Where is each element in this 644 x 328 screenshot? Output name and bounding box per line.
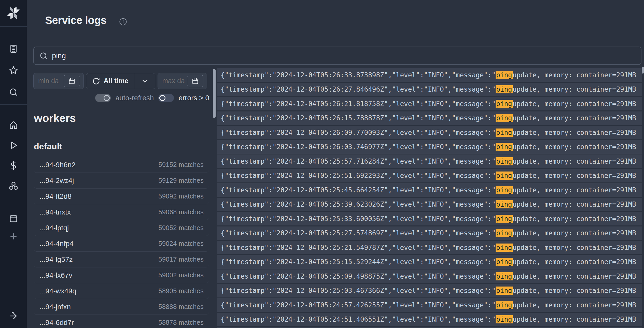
chevron-down-icon <box>141 77 149 85</box>
worker-list-item[interactable]: ...94-lg57z 59017 matches <box>34 252 209 267</box>
refresh-icon <box>92 77 100 85</box>
log-line[interactable]: {"timestamp":"2024-12-04T05:26:33.873898… <box>217 68 642 82</box>
log-message-rest: update, memory: container=291MB <box>513 71 636 79</box>
log-line[interactable]: {"timestamp":"2024-12-04T05:25:39.623026… <box>217 198 642 211</box>
worker-match-count: 59129 matches <box>158 177 204 184</box>
home-icon[interactable] <box>0 121 27 130</box>
max-date-calendar-button[interactable] <box>187 75 203 87</box>
search-match-highlight: ping <box>496 287 513 295</box>
log-line[interactable]: {"timestamp":"2024-12-04T05:25:27.574869… <box>217 226 642 240</box>
min-date-field <box>33 73 84 89</box>
workers-heading: workers <box>34 112 76 124</box>
log-line[interactable]: {"timestamp":"2024-12-04T05:25:03.467366… <box>217 284 642 297</box>
log-json-middle: ","level":"INFO","message":" <box>384 143 496 151</box>
log-list: {"timestamp":"2024-12-04T05:26:33.873898… <box>217 68 642 328</box>
log-json-middle: ","level":"INFO","message":" <box>384 172 496 179</box>
log-line[interactable]: {"timestamp":"2024-12-04T05:25:57.716284… <box>217 154 642 168</box>
toggle-row: auto-refresh errors > 0 <box>33 94 209 102</box>
log-message-rest: update, memory: container=291MB <box>513 129 636 136</box>
log-timestamp: 2024-12-04T05:25:39.623026Z <box>276 201 384 208</box>
worker-list-item[interactable]: ...94-tnxtx 59068 matches <box>34 204 209 220</box>
time-range-button[interactable]: All time <box>86 73 135 89</box>
log-line[interactable]: {"timestamp":"2024-12-04T05:26:21.818758… <box>217 97 642 110</box>
calendar-icon <box>68 78 75 85</box>
search-match-highlight: ping <box>496 85 513 93</box>
errors-toggle[interactable] <box>158 94 174 102</box>
windmill-logo-icon[interactable] <box>0 6 27 20</box>
log-timestamp: 2024-12-04T05:25:45.664254Z <box>276 186 384 194</box>
log-line[interactable]: {"timestamp":"2024-12-04T05:25:21.549787… <box>217 241 642 254</box>
log-json-prefix: {"timestamp":" <box>221 244 276 251</box>
log-scrollbar-right-thumb[interactable] <box>642 67 644 74</box>
search-match-highlight: ping <box>496 143 513 151</box>
log-scrollbar-left-thumb[interactable] <box>213 69 216 118</box>
worker-list-item[interactable]: ...94-6dd7r 58878 matches <box>34 315 209 328</box>
worker-match-count: 58888 matches <box>158 303 204 311</box>
worker-list-item[interactable]: ...94-2wz4j 59129 matches <box>34 173 209 189</box>
min-date-calendar-button[interactable] <box>64 75 80 87</box>
worker-list-item[interactable]: ...94-wx49q 58905 matches <box>34 283 209 299</box>
page-title: Service logs <box>45 14 106 26</box>
log-message-rest: update, memory: container=291MB <box>513 273 636 280</box>
time-range-caret-button[interactable] <box>135 73 155 89</box>
worker-list-item[interactable]: ...94-9h6n2 59152 matches <box>34 157 209 173</box>
log-json-prefix: {"timestamp":" <box>221 85 276 93</box>
auto-refresh-toggle[interactable] <box>95 94 111 102</box>
log-json-prefix: {"timestamp":" <box>221 114 276 122</box>
log-json-middle: ","level":"INFO","message":" <box>384 229 496 237</box>
log-message-rest: update, memory: container=291MB <box>513 100 636 108</box>
log-line[interactable]: {"timestamp":"2024-12-04T05:25:33.600056… <box>217 212 642 225</box>
search-input[interactable] <box>52 52 635 60</box>
worker-name: ...94-tnxtx <box>39 208 71 216</box>
log-line[interactable]: {"timestamp":"2024-12-04T05:26:09.770093… <box>217 126 642 139</box>
worker-list-item[interactable]: ...94-lptqj 59052 matches <box>34 220 209 236</box>
worker-list-item[interactable]: ...94-lx67v 59002 matches <box>34 267 209 283</box>
log-message-rest: update, memory: container=291MB <box>513 244 636 251</box>
log-timestamp: 2024-12-04T05:26:15.788878Z <box>276 114 384 122</box>
log-line[interactable]: {"timestamp":"2024-12-04T05:25:45.664254… <box>217 183 642 197</box>
log-line[interactable]: {"timestamp":"2024-12-04T05:24:51.406551… <box>217 313 642 326</box>
log-json-prefix: {"timestamp":" <box>221 172 276 179</box>
log-line[interactable]: {"timestamp":"2024-12-04T05:26:15.788878… <box>217 111 642 125</box>
log-line[interactable]: {"timestamp":"2024-12-04T05:25:15.529244… <box>217 255 642 269</box>
log-line[interactable]: {"timestamp":"2024-12-04T05:25:09.498875… <box>217 269 642 283</box>
sidebar <box>0 0 27 328</box>
log-timestamp: 2024-12-04T05:25:27.574869Z <box>276 229 384 237</box>
log-message-rest: update, memory: container=291MB <box>513 85 636 93</box>
worker-list-item[interactable]: ...94-jnfxn 58888 matches <box>34 299 209 315</box>
search-match-highlight: ping <box>496 114 513 122</box>
search-match-highlight: ping <box>496 229 513 237</box>
worker-list-item[interactable]: ...94-ft2d8 59092 matches <box>34 189 209 204</box>
log-line[interactable]: {"timestamp":"2024-12-04T05:25:51.692293… <box>217 169 642 182</box>
info-icon[interactable] <box>119 18 127 27</box>
worker-name: ...94-jnfxn <box>39 303 71 311</box>
calendar-nav-icon[interactable] <box>0 214 27 223</box>
log-line[interactable]: {"timestamp":"2024-12-04T05:26:27.846496… <box>217 83 642 96</box>
star-icon[interactable] <box>0 66 27 75</box>
search-match-highlight: ping <box>496 244 513 252</box>
log-line[interactable]: {"timestamp":"2024-12-04T05:24:57.426255… <box>217 298 642 312</box>
log-line[interactable]: {"timestamp":"2024-12-04T05:26:03.746977… <box>217 140 642 154</box>
search-nav-icon[interactable] <box>0 88 27 97</box>
toggle-knob <box>159 95 165 101</box>
plus-icon[interactable] <box>0 232 27 241</box>
log-message-rest: update, memory: container=291MB <box>513 201 636 208</box>
log-message-rest: update, memory: container=291MB <box>513 114 636 122</box>
toggle-knob <box>104 95 110 101</box>
building-icon[interactable] <box>0 44 27 53</box>
dollar-icon[interactable] <box>0 161 27 170</box>
worker-name: ...94-lx67v <box>39 271 72 279</box>
worker-list-item[interactable]: ...94-4nfp4 59024 matches <box>34 236 209 252</box>
worker-name: ...94-9h6n2 <box>39 161 76 169</box>
play-icon[interactable] <box>0 141 27 150</box>
expand-sidebar-arrow-icon[interactable] <box>0 311 27 321</box>
search-match-highlight: ping <box>496 172 513 180</box>
search-icon <box>39 52 48 60</box>
log-timestamp: 2024-12-04T05:26:03.746977Z <box>276 143 384 151</box>
boxes-icon[interactable] <box>0 181 27 191</box>
log-timestamp: 2024-12-04T05:25:21.549787Z <box>276 244 384 251</box>
log-json-prefix: {"timestamp":" <box>221 229 276 237</box>
log-json-middle: ","level":"INFO","message":" <box>384 287 496 294</box>
worker-match-count: 59152 matches <box>158 161 204 169</box>
log-json-middle: ","level":"INFO","message":" <box>384 316 496 323</box>
